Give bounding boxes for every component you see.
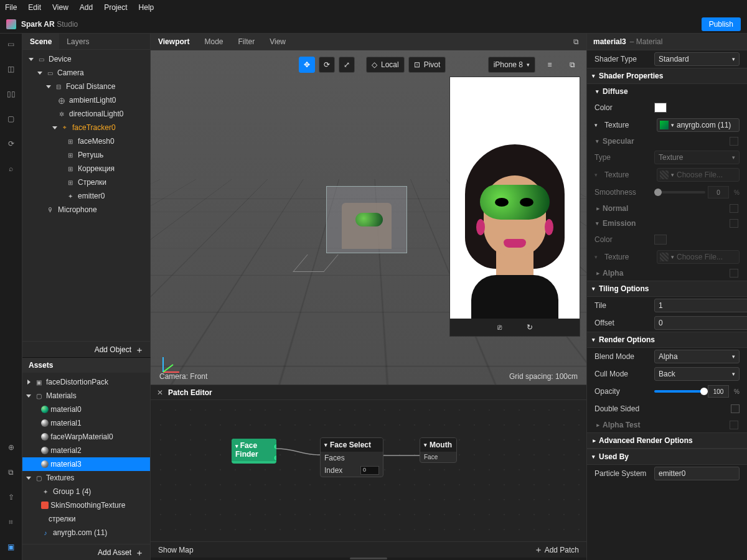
menu-file[interactable]: File — [5, 3, 17, 12]
asset-row-material0[interactable]: material0 — [22, 403, 150, 416]
sub-alphatest[interactable]: ▾Alpha Test — [587, 418, 747, 432]
cull-select[interactable]: Back▾ — [654, 367, 740, 381]
device-menu-icon[interactable]: ≡ — [542, 57, 558, 73]
tree-row-facemesh[interactable]: ⊞faceMesh0 — [22, 134, 150, 148]
tree-row-camera[interactable]: ▭Camera — [22, 66, 150, 80]
asset-row-anyrgb[interactable]: ♪anyrgb.com (11) — [22, 526, 150, 539]
tool-move-icon[interactable]: ✥ — [299, 57, 315, 73]
asset-row-skinsmooth[interactable]: SkinSmoothingTexture — [22, 498, 150, 512]
section-render[interactable]: ▾Render Options — [587, 332, 747, 348]
menu-project[interactable]: Project — [104, 3, 127, 12]
emission-checkbox[interactable] — [730, 219, 738, 228]
rail-refresh-icon[interactable]: ⟳ — [6, 138, 17, 149]
sub-specular[interactable]: ▾Specular — [587, 134, 747, 149]
menu-edit[interactable]: Edit — [28, 3, 41, 12]
rail-video-icon[interactable]: ▭ — [6, 39, 17, 50]
publish-button[interactable]: Publish — [702, 17, 741, 31]
resize-handle[interactable] — [151, 558, 586, 560]
menu-view[interactable]: View — [52, 3, 68, 12]
viewport-3d[interactable]: ✥ ⟳ ⤢ ◇ Local ⊡ Pivot iPhone 8▾ ≡ ⧉ — [151, 50, 586, 385]
preview-camera-icon[interactable]: ⎚ — [497, 323, 502, 332]
menu-add[interactable]: Add — [80, 3, 93, 12]
tile-x[interactable] — [654, 299, 747, 312]
device-selector[interactable]: iPhone 8▾ — [488, 57, 535, 73]
tree-row-correction[interactable]: ⊞Коррекция — [22, 162, 150, 175]
asset-row-materials[interactable]: ▢Materials — [22, 389, 150, 403]
tree-row-retouch[interactable]: ⊞Ретушь — [22, 148, 150, 162]
rail-device-icon[interactable]: ⧉ — [6, 467, 17, 478]
asset-row-material2[interactable]: material2 — [22, 444, 150, 457]
alphatest-checkbox[interactable] — [730, 421, 738, 429]
rail-columns-icon[interactable]: ▯▯ — [6, 88, 17, 100]
section-advanced[interactable]: ▾Advanced Render Options — [587, 432, 747, 449]
node-mouth[interactable]: ▾Mouth Face — [420, 437, 457, 463]
doublesided-checkbox[interactable] — [731, 404, 740, 413]
tree-row-emitter[interactable]: ✦emitter0 — [22, 189, 150, 203]
rail-bug-icon[interactable]: ⌗ — [6, 516, 17, 528]
tree-row-device[interactable]: ▭Device — [22, 52, 150, 66]
asset-row-facewarp[interactable]: faceWarpMaterial0 — [22, 430, 150, 444]
rail-upload-icon[interactable]: ⇪ — [6, 492, 17, 503]
tree-row-microphone[interactable]: 🎙Microphone — [22, 203, 150, 217]
add-asset-button[interactable]: Add Asset＋ — [22, 544, 150, 560]
device-popout-icon[interactable]: ⧉ — [564, 57, 580, 73]
tool-scale-icon[interactable]: ⤢ — [339, 57, 355, 73]
add-object-button[interactable]: Add Object＋ — [22, 341, 150, 357]
rail-camera-icon[interactable]: ◫ — [6, 63, 17, 75]
asset-row-group1[interactable]: ✦Group 1 (4) — [22, 485, 150, 498]
scene-tree: ▭Device ▭Camera ⊟Focal Distance ⨁ambient… — [22, 50, 150, 341]
diffuse-texture-select[interactable]: ▾anyrgb.com (11) — [657, 118, 740, 132]
preview-refresh-icon[interactable]: ↻ — [527, 323, 533, 332]
usedby-value[interactable] — [654, 467, 740, 480]
sub-diffuse[interactable]: ▾Diffuse — [587, 84, 747, 99]
popout-icon[interactable]: ⧉ — [573, 37, 579, 46]
asset-row-material1[interactable]: material1 — [22, 416, 150, 430]
menu-help[interactable]: Help — [139, 3, 154, 12]
rail-plus-icon[interactable]: ⊕ — [6, 442, 17, 453]
section-usedby[interactable]: ▾Used By — [587, 449, 747, 465]
diffuse-color-well[interactable] — [654, 103, 667, 113]
asset-row-strelki[interactable]: стрелки — [22, 512, 150, 526]
tab-layers[interactable]: Layers — [59, 34, 96, 49]
tab-scene[interactable]: Scene — [22, 34, 59, 49]
rail-workspace-icon[interactable]: ▣ — [6, 541, 17, 553]
section-shader-props[interactable]: ▾Shader Properties — [587, 68, 747, 84]
sub-normal[interactable]: ▾Normal — [587, 201, 747, 216]
normal-checkbox[interactable] — [730, 204, 738, 213]
tree-row-dirlight[interactable]: ✲directionalLight0 — [22, 107, 150, 121]
asset-row-facedistortion[interactable]: ▣faceDistortionPack — [22, 375, 150, 389]
viewport-frustum — [326, 186, 407, 253]
tree-row-focal[interactable]: ⊟Focal Distance — [22, 80, 150, 93]
tab-view[interactable]: View — [270, 37, 286, 46]
tree-row-arrows[interactable]: ⊞Стрелки — [22, 175, 150, 189]
alpha-checkbox[interactable] — [730, 269, 738, 278]
pivot-local[interactable]: ◇ Local — [366, 57, 405, 73]
blend-select[interactable]: Alpha▾ — [654, 350, 740, 363]
diffuse-color-label: Color — [594, 103, 649, 112]
asset-row-textures[interactable]: ▢Textures — [22, 471, 150, 485]
tab-filter[interactable]: Filter — [238, 37, 255, 46]
tab-viewport[interactable]: Viewport — [158, 37, 189, 46]
pivot-pivot[interactable]: ⊡ Pivot — [408, 57, 446, 73]
tree-row-ambientlight[interactable]: ⨁ambientLight0 — [22, 93, 150, 107]
asset-row-material3[interactable]: material3 — [22, 457, 150, 471]
sub-alpha[interactable]: ▾Alpha — [587, 266, 747, 281]
section-tiling[interactable]: ▾Tiling Options — [587, 281, 747, 297]
offset-x[interactable] — [654, 316, 747, 330]
sub-emission[interactable]: ▾Emission — [587, 216, 747, 231]
patch-canvas[interactable]: ▾ Face Finder ▾Face Select Faces Index0 … — [151, 400, 586, 541]
patch-close-icon[interactable]: ✕ — [157, 388, 163, 397]
tool-rotate-icon[interactable]: ⟳ — [319, 57, 335, 73]
specular-checkbox[interactable] — [730, 137, 738, 146]
tab-mode[interactable]: Mode — [204, 37, 223, 46]
material-icon — [41, 433, 49, 441]
opacity-slider[interactable]: 100% — [654, 385, 740, 398]
node-face-select[interactable]: ▾Face Select Faces Index0 — [320, 437, 383, 477]
rail-square-icon[interactable]: ▢ — [6, 113, 17, 124]
show-map-button[interactable]: Show Map — [158, 546, 194, 554]
add-patch-button[interactable]: ＋ Add Patch — [534, 545, 579, 554]
shader-type-select[interactable]: Standard▾ — [654, 52, 740, 66]
tree-row-facetracker[interactable]: ⌖faceTracker0 — [22, 121, 150, 134]
rail-search-icon[interactable]: ⌕ — [6, 163, 17, 174]
node-face-finder[interactable]: ▾ Face Finder — [232, 439, 276, 464]
